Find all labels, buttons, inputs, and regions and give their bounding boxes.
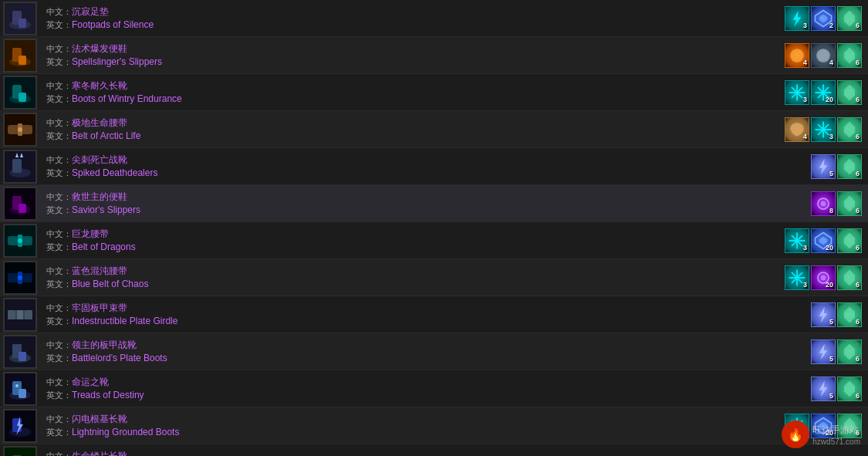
item-text: 中文：法术爆发便鞋英文：Spellslinger's Slippers — [40, 42, 785, 69]
item-row[interactable]: 中文：生命鳞片长靴英文：Boots of Living Scale — [0, 444, 868, 456]
stat-icon: 2 — [811, 6, 836, 31]
item-icon-6 — [3, 187, 37, 221]
svg-marker-79 — [844, 306, 855, 323]
item-text: 中文：生命鳞片长靴英文：Boots of Living Scale — [40, 450, 868, 456]
stat-number: 6 — [856, 207, 860, 214]
item-en-name: 英文：Spiked Deathdealers — [46, 167, 811, 180]
item-text: 中文：领主的板甲战靴英文：Battlelord's Plate Boots — [40, 339, 811, 365]
item-text: 中文：巨龙腰带英文：Belt of Dragons — [40, 228, 785, 254]
stat-number: 3 — [803, 244, 807, 252]
watermark-icon: 🔥 — [782, 421, 809, 448]
stat-number: 4 — [803, 59, 807, 66]
stat-number: 3 — [803, 96, 807, 103]
svg-marker-50 — [844, 195, 855, 211]
stat-icon: 4 — [785, 117, 809, 142]
stat-number: 20 — [826, 244, 833, 252]
stat-icon: 6 — [837, 339, 862, 364]
item-text: 中文：尖刺死亡战靴英文：Spiked Deathdealers — [40, 154, 811, 180]
svg-rect-104 — [5, 448, 35, 457]
item-row[interactable]: 中文：法术爆发便鞋英文：Spellslinger's Slippers446 — [0, 37, 868, 74]
stat-number: 4 — [803, 133, 807, 140]
stat-icon: 3 — [785, 80, 809, 105]
svg-point-54 — [18, 238, 22, 243]
stat-number: 6 — [856, 355, 860, 363]
stat-icon: 6 — [837, 228, 862, 253]
item-row[interactable]: 中文：领主的板甲战靴英文：Battlelord's Plate Boots56 — [0, 333, 868, 370]
stat-icon: 3 — [785, 265, 809, 290]
item-stats: 56 — [811, 302, 862, 327]
svg-rect-76 — [17, 310, 23, 319]
svg-point-90 — [15, 384, 19, 387]
stat-icon: 5 — [811, 302, 836, 327]
item-stats: 326 — [785, 6, 862, 31]
item-text: 中文：救世主的便鞋英文：Savior's Slippers — [40, 191, 811, 217]
item-icon-9 — [3, 298, 37, 332]
item-cn-name: 中文：救世主的便鞋 — [46, 191, 811, 204]
item-row[interactable]: 中文：牢固板甲束带英文：Indestructible Plate Girdle5… — [0, 296, 868, 333]
item-en-name: 英文：Belt of Dragons — [46, 241, 785, 254]
stat-number: 6 — [856, 170, 860, 177]
stat-number: 5 — [829, 355, 833, 363]
item-text: 中文：蓝色混沌腰带英文：Blue Belt of Chaos — [40, 265, 785, 291]
item-icon-13 — [3, 446, 37, 457]
item-row[interactable]: 中文：巨龙腰带英文：Belt of Dragons3206 — [0, 222, 868, 259]
svg-marker-42 — [819, 158, 828, 174]
svg-rect-83 — [19, 352, 26, 361]
svg-marker-27 — [844, 84, 855, 100]
svg-marker-14 — [844, 47, 855, 63]
item-row[interactable]: 中文：救世主的便鞋英文：Savior's Slippers86 — [0, 185, 868, 222]
item-row[interactable]: 中文：极地生命腰带英文：Belt of Arctic Life436 — [0, 111, 868, 148]
stat-number: 3 — [829, 133, 833, 140]
item-text: 中文：牢固板甲束带英文：Indestructible Plate Girdle — [40, 302, 811, 328]
svg-marker-43 — [844, 158, 855, 174]
stat-icon: 20 — [811, 80, 836, 105]
item-icon-4 — [3, 113, 37, 147]
svg-rect-18 — [19, 93, 26, 102]
stat-number: 5 — [829, 318, 833, 326]
svg-marker-4 — [793, 10, 802, 26]
item-row[interactable]: 中文：蓝色混沌腰带英文：Blue Belt of Chaos3206 — [0, 259, 868, 296]
svg-point-31 — [18, 127, 22, 132]
item-text: 中文：闪电根基长靴英文：Lightning Grounded Boots — [40, 413, 785, 439]
item-stats: 3206 — [785, 80, 862, 105]
item-icon-12 — [3, 409, 37, 443]
stat-icon: 6 — [837, 43, 862, 68]
svg-marker-91 — [819, 380, 828, 397]
svg-point-13 — [816, 49, 830, 62]
item-cn-name: 中文：尖刺死亡战靴 — [46, 154, 811, 167]
watermark-brand: 旺达手游站 — [812, 424, 860, 437]
item-row[interactable]: 中文：沉寂足垫英文：Footpads of Silence326 — [0, 0, 868, 37]
item-cn-name: 中文：法术爆发便鞋 — [46, 42, 785, 56]
stat-icon: 6 — [837, 6, 862, 31]
stat-number: 4 — [829, 59, 833, 66]
item-stats: 56 — [811, 377, 862, 401]
item-stats: 56 — [811, 339, 862, 364]
svg-rect-39 — [12, 159, 22, 173]
stat-icon: 6 — [837, 265, 862, 290]
item-row[interactable]: 中文：尖刺死亡战靴英文：Spiked Deathdealers56 — [0, 148, 868, 185]
stat-icon: 8 — [811, 191, 836, 216]
svg-rect-77 — [25, 310, 32, 319]
item-en-name: 英文：Footpads of Silence — [46, 19, 785, 32]
watermark: 🔥 旺达手游站 hzwd571.com — [782, 421, 860, 448]
stat-icon: 6 — [837, 117, 862, 142]
item-row[interactable]: 中文：闪电根基长靴英文：Lightning Grounded Boots3206 — [0, 407, 868, 444]
item-row[interactable]: 中文：命运之靴英文：Treads of Destiny56 — [0, 370, 868, 407]
svg-marker-78 — [819, 306, 828, 323]
item-cn-name: 中文：生命鳞片长靴 — [46, 450, 868, 456]
item-cn-name: 中文：牢固板甲束带 — [46, 302, 811, 315]
item-cn-name: 中文：领主的板甲战靴 — [46, 339, 811, 352]
item-icon-11 — [3, 372, 37, 406]
stat-icon: 5 — [811, 154, 836, 179]
stat-icon: 3 — [811, 117, 836, 142]
item-en-name: 英文：Indestructible Plate Girdle — [46, 315, 811, 328]
stat-number: 20 — [826, 96, 833, 103]
stat-icon: 5 — [811, 339, 836, 364]
item-row[interactable]: 中文：寒冬耐久长靴英文：Boots of Wintry Endurance320… — [0, 74, 868, 111]
item-cn-name: 中文：命运之靴 — [46, 376, 811, 389]
stat-number: 6 — [856, 22, 860, 29]
svg-marker-7 — [844, 10, 855, 26]
stat-icon: 20 — [811, 265, 836, 290]
svg-rect-47 — [19, 204, 26, 213]
item-cn-name: 中文：极地生命腰带 — [46, 117, 785, 130]
